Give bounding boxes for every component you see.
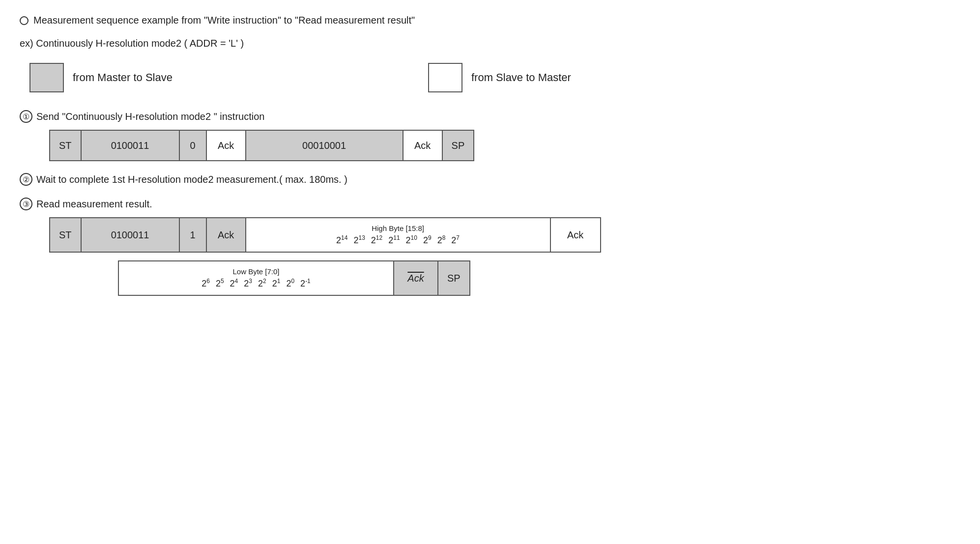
low-byte-label: Low Byte [7:0] bbox=[232, 267, 279, 276]
step3-label: Read measurement result. bbox=[36, 199, 152, 210]
low-byte-bits: 26 25 24 23 22 21 20 2-1 bbox=[202, 278, 311, 289]
step3-low-byte: Low Byte [7:0] 26 25 24 23 22 21 20 2-1 bbox=[119, 261, 394, 295]
step1-ack2: Ack bbox=[404, 131, 443, 160]
bit-4: 24 bbox=[230, 278, 238, 289]
step2-title: ② Wait to complete 1st H-resolution mode… bbox=[20, 173, 960, 186]
step1: ① Send "Continuously H-resolution mode2 … bbox=[20, 110, 960, 161]
bit-11: 211 bbox=[388, 234, 400, 246]
step2: ② Wait to complete 1st H-resolution mode… bbox=[20, 173, 960, 186]
step3-addr: 0100011 bbox=[82, 218, 180, 252]
slave-box bbox=[428, 63, 462, 92]
step1-st: ST bbox=[50, 131, 82, 160]
section-title: Measurement sequence example from "Write… bbox=[20, 15, 960, 26]
bit-5: 25 bbox=[216, 278, 224, 289]
bit-14: 214 bbox=[336, 234, 347, 246]
step1-table: ST 0100011 0 Ack 00010001 Ack SP bbox=[49, 130, 474, 161]
step3-ack-overline: Ack bbox=[394, 261, 438, 295]
step1-table-wrapper: ST 0100011 0 Ack 00010001 Ack SP bbox=[20, 130, 960, 161]
step1-sp: SP bbox=[443, 131, 474, 160]
step3-num: ③ bbox=[20, 198, 32, 210]
step2-num: ② bbox=[20, 173, 32, 186]
bit-7: 27 bbox=[451, 234, 460, 246]
bit-6: 26 bbox=[202, 278, 210, 289]
step3-row2-wrapper: Low Byte [7:0] 26 25 24 23 22 21 20 2-1 … bbox=[118, 260, 960, 296]
step1-data: 00010001 bbox=[246, 131, 404, 160]
legend-row: from Master to Slave from Slave to Maste… bbox=[20, 63, 960, 92]
step3: ③ Read measurement result. ST 0100011 1 … bbox=[20, 198, 960, 296]
step3-row2-table: Low Byte [7:0] 26 25 24 23 22 21 20 2-1 … bbox=[118, 260, 470, 296]
high-byte-bits: 214 213 212 211 210 29 28 27 bbox=[336, 234, 460, 246]
step1-num: ① bbox=[20, 110, 32, 123]
bit-3: 23 bbox=[244, 278, 252, 289]
step2-label: Wait to complete 1st H-resolution mode2 … bbox=[36, 174, 347, 185]
slave-label: from Slave to Master bbox=[471, 71, 571, 84]
bit-0: 20 bbox=[286, 278, 294, 289]
ack-overline-text: Ack bbox=[407, 273, 424, 284]
step3-ack2: Ack bbox=[551, 218, 600, 252]
slave-legend: from Slave to Master bbox=[428, 63, 571, 92]
example-line: ex) Continuously H-resolution mode2 ( AD… bbox=[20, 38, 960, 49]
master-label: from Master to Slave bbox=[73, 71, 173, 84]
step1-title: ① Send "Continuously H-resolution mode2 … bbox=[20, 110, 960, 123]
master-box bbox=[29, 63, 64, 92]
step1-rw: 0 bbox=[180, 131, 207, 160]
high-byte-label: High Byte [15:8] bbox=[372, 224, 424, 232]
bit-9: 29 bbox=[423, 234, 432, 246]
bullet-circle-icon bbox=[20, 16, 29, 25]
step1-label: Send "Continuously H-resolution mode2 " … bbox=[36, 111, 264, 122]
bit-1: 21 bbox=[272, 278, 281, 289]
step3-st: ST bbox=[50, 218, 82, 252]
step3-sp: SP bbox=[438, 261, 469, 295]
step1-ack1: Ack bbox=[207, 131, 246, 160]
step1-addr: 0100011 bbox=[82, 131, 180, 160]
bit-13: 213 bbox=[353, 234, 365, 246]
bit-neg1: 2-1 bbox=[300, 278, 311, 289]
step3-high-byte: High Byte [15:8] 214 213 212 211 210 29 … bbox=[246, 218, 551, 252]
step3-rw: 1 bbox=[180, 218, 207, 252]
bit-10: 210 bbox=[406, 234, 417, 246]
step3-table-wrapper: ST 0100011 1 Ack High Byte [15:8] 214 21… bbox=[20, 217, 960, 253]
title-text: Measurement sequence example from "Write… bbox=[33, 15, 415, 26]
master-legend: from Master to Slave bbox=[29, 63, 173, 92]
step3-ack1: Ack bbox=[207, 218, 246, 252]
bit-8: 28 bbox=[437, 234, 446, 246]
step3-row1-table: ST 0100011 1 Ack High Byte [15:8] 214 21… bbox=[49, 217, 601, 253]
bit-12: 212 bbox=[371, 234, 382, 246]
bit-2: 22 bbox=[258, 278, 266, 289]
step3-title: ③ Read measurement result. bbox=[20, 198, 960, 210]
